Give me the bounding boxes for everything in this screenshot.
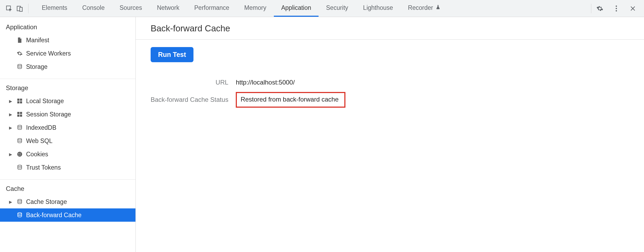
tab-recorder[interactable]: Recorder — [401, 0, 448, 17]
chevron-right-icon: ▸ — [8, 151, 13, 158]
flask-icon — [435, 4, 441, 11]
chevron-right-icon: ▸ — [8, 98, 13, 105]
sidebar-group-cache: Cache — [0, 182, 135, 195]
tab-console[interactable]: Console — [75, 0, 112, 17]
tab-label: Network — [157, 4, 179, 11]
tab-label: Sources — [119, 4, 142, 11]
sidebar-item-label: Back-forward Cache — [26, 212, 81, 219]
svg-rect-10 — [20, 101, 22, 103]
device-toggle-icon[interactable] — [14, 3, 25, 14]
close-icon[interactable] — [628, 3, 638, 14]
chevron-right-icon: ▸ — [8, 198, 13, 205]
chevron-right-icon: ▸ — [8, 124, 13, 131]
sidebar-item-label: Local Storage — [26, 98, 64, 105]
status-label: Back-forward Cache Status — [151, 92, 236, 108]
sidebar-item-label: Cache Storage — [26, 198, 67, 205]
sidebar-item-label: Service Workers — [26, 50, 71, 57]
svg-point-20 — [20, 154, 21, 155]
sidebar-group-storage: Storage — [0, 82, 135, 94]
content-pane: Back-forward Cache Run Test URL http://l… — [136, 17, 644, 252]
settings-icon[interactable] — [595, 3, 605, 14]
database-icon — [16, 212, 23, 218]
url-label: URL — [151, 79, 236, 86]
content-body: Run Test URL http://localhost:5000/ Back… — [136, 40, 644, 114]
tab-memory[interactable]: Memory — [237, 0, 274, 17]
sidebar-item-manifest[interactable]: Manifest — [0, 33, 135, 47]
tab-performance[interactable]: Performance — [187, 0, 237, 17]
sidebar-item-trust-tokens[interactable]: Trust Tokens — [0, 161, 135, 174]
database-icon — [16, 199, 23, 205]
svg-rect-8 — [20, 99, 22, 101]
svg-point-5 — [616, 10, 617, 11]
status-value: Restored from back-forward cache — [236, 92, 345, 108]
more-icon[interactable] — [611, 3, 622, 14]
sidebar-item-websql[interactable]: Web SQL — [0, 134, 135, 148]
application-sidebar: Application Manifest Service Workers Sto… — [0, 17, 136, 252]
cookie-icon — [16, 151, 23, 157]
database-icon — [16, 165, 23, 170]
sidebar-item-cache-storage[interactable]: ▸ Cache Storage — [0, 195, 135, 208]
tab-network[interactable]: Network — [150, 0, 187, 17]
svg-rect-14 — [20, 115, 22, 117]
sidebar-item-label: Storage — [26, 63, 48, 70]
tab-label: Recorder — [408, 4, 433, 11]
svg-point-21 — [19, 155, 19, 156]
gear-icon — [16, 51, 23, 56]
sidebar-item-label: Manifest — [26, 37, 49, 44]
toolbar-separator — [28, 4, 28, 13]
sidebar-item-service-workers[interactable]: Service Workers — [0, 47, 135, 60]
sidebar-item-label: Trust Tokens — [26, 164, 61, 171]
devtools-toolbar: Elements Console Sources Network Perform… — [0, 0, 644, 17]
svg-rect-7 — [17, 99, 19, 101]
svg-point-3 — [616, 5, 617, 7]
tab-label: Performance — [194, 4, 229, 11]
svg-point-17 — [17, 152, 22, 157]
sidebar-item-back-forward-cache[interactable]: Back-forward Cache — [0, 208, 135, 222]
svg-rect-12 — [20, 112, 22, 114]
svg-point-18 — [18, 153, 19, 154]
sidebar-item-cookies[interactable]: ▸ Cookies — [0, 148, 135, 161]
tab-label: Lighthouse — [363, 4, 393, 11]
svg-point-19 — [20, 153, 20, 154]
sidebar-item-label: Web SQL — [26, 137, 52, 145]
database-icon — [16, 138, 23, 144]
sidebar-divider — [0, 79, 135, 79]
toolbar-right — [595, 3, 638, 14]
svg-rect-2 — [20, 7, 22, 11]
svg-point-15 — [18, 125, 22, 127]
tab-label: Application — [281, 4, 311, 11]
tab-application[interactable]: Application — [274, 0, 319, 17]
svg-point-24 — [18, 213, 22, 214]
sidebar-divider — [0, 179, 135, 180]
svg-point-23 — [18, 199, 22, 201]
database-icon — [16, 64, 23, 70]
sidebar-item-indexeddb[interactable]: ▸ IndexedDB — [0, 121, 135, 134]
grid-icon — [16, 98, 23, 104]
tab-label: Elements — [42, 4, 67, 11]
run-test-button[interactable]: Run Test — [151, 47, 193, 62]
svg-point-4 — [616, 8, 617, 9]
tab-lighthouse[interactable]: Lighthouse — [356, 0, 401, 17]
tab-label: Security — [326, 4, 348, 11]
main-area: Application Manifest Service Workers Sto… — [0, 17, 644, 252]
tab-label: Memory — [244, 4, 266, 11]
svg-point-16 — [18, 138, 22, 140]
sidebar-item-storage[interactable]: Storage — [0, 60, 135, 73]
inspect-icon[interactable] — [4, 3, 14, 14]
tab-security[interactable]: Security — [319, 0, 356, 17]
tab-elements[interactable]: Elements — [34, 0, 75, 17]
tab-sources[interactable]: Sources — [112, 0, 149, 17]
document-icon — [16, 37, 23, 43]
svg-rect-13 — [17, 115, 19, 117]
chevron-right-icon: ▸ — [8, 111, 13, 118]
sidebar-item-session-storage[interactable]: ▸ Session Storage — [0, 108, 135, 121]
sidebar-item-label: IndexedDB — [26, 124, 56, 131]
url-value: http://localhost:5000/ — [236, 79, 345, 86]
toolbar-separator — [591, 4, 591, 13]
sidebar-item-label: Session Storage — [26, 111, 71, 118]
content-header: Back-forward Cache — [136, 17, 644, 40]
svg-point-6 — [18, 64, 22, 66]
sidebar-item-local-storage[interactable]: ▸ Local Storage — [0, 94, 135, 108]
sidebar-item-label: Cookies — [26, 151, 48, 158]
tab-label: Console — [82, 4, 105, 11]
